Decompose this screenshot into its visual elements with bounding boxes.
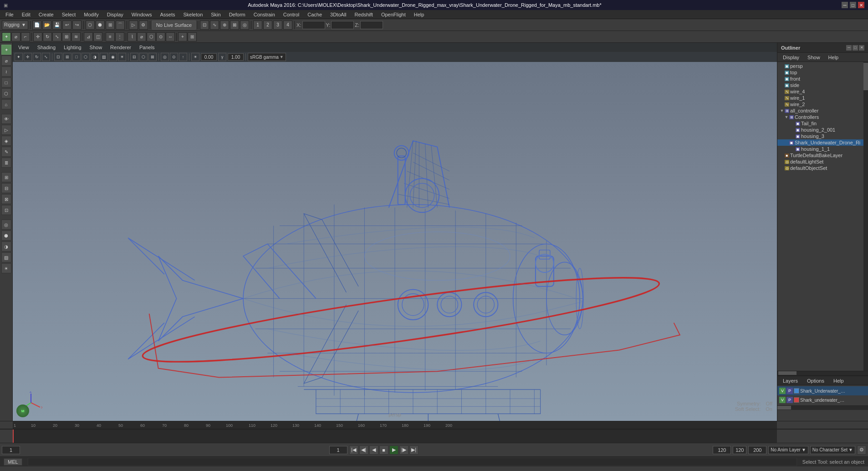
outliner-scroll-thumb[interactable] bbox=[863, 63, 868, 90]
outliner-tab-display[interactable]: Display bbox=[779, 54, 803, 61]
outliner-close-btn[interactable]: ✕ bbox=[859, 45, 864, 51]
rotate-tool-button[interactable]: ↻ bbox=[43, 32, 52, 41]
scale-tool-button[interactable]: ⤡ bbox=[52, 32, 61, 41]
plus-tool-button[interactable]: + bbox=[178, 32, 187, 41]
layer-row-1[interactable]: V P Shark_Underwater_Dro bbox=[777, 386, 868, 395]
tree-item-turtle-bake[interactable]: ■ TurtleDefaultBakeLayer bbox=[777, 152, 863, 159]
high-quality-button[interactable]: 3 bbox=[273, 20, 282, 30]
tree-item-controllers[interactable]: ▼ ⊞ Controllers bbox=[777, 114, 863, 120]
range-end-2-input[interactable] bbox=[733, 446, 746, 454]
status-mode-label[interactable]: MEL bbox=[4, 458, 22, 466]
smooth-button[interactable]: ◑ bbox=[1, 241, 11, 251]
vp-wireframe-btn[interactable]: ⬡ bbox=[82, 53, 90, 61]
vp-display-2-btn[interactable]: ⬡ bbox=[139, 53, 148, 61]
tree-item-housing1[interactable]: ▣ housing_1_1 bbox=[777, 146, 863, 152]
menu-openflight[interactable]: OpenFlight bbox=[378, 11, 409, 18]
outliner-tree[interactable]: ▣ persp ▣ top ▣ front bbox=[777, 62, 863, 371]
render-view-button[interactable]: ▷ bbox=[1, 125, 11, 135]
menu-skin[interactable]: Skin bbox=[207, 11, 224, 18]
vp-menu-show[interactable]: Show bbox=[86, 44, 106, 51]
skin-tool-button[interactable]: ⬡ bbox=[147, 32, 156, 41]
layer-row-2[interactable]: V P Shark_underwater_dro bbox=[777, 395, 868, 404]
snap-to-point-button[interactable]: ⊕ bbox=[220, 20, 229, 30]
menu-control[interactable]: Control bbox=[280, 11, 303, 18]
show-manip-button[interactable]: ⊿ bbox=[84, 32, 93, 41]
model-viewport[interactable]: persp Symmetry: Off Soft Select: On X bbox=[13, 62, 777, 421]
mode-dropdown[interactable]: Rigging ▼ bbox=[2, 20, 28, 30]
no-anim-layer-dropdown[interactable]: No Anim Layer ▼ bbox=[768, 446, 808, 454]
ik-tool-button[interactable]: ⌀ bbox=[137, 32, 146, 41]
snap-to-view-planes-button[interactable]: ⊠ bbox=[230, 20, 239, 30]
vp-menu-panels[interactable]: Panels bbox=[136, 44, 158, 51]
mirror-skin-button[interactable]: ↔ bbox=[166, 32, 175, 41]
medium-quality-button[interactable]: 2 bbox=[263, 20, 272, 30]
frame-start-input[interactable] bbox=[2, 446, 20, 454]
tree-item-tail-fin[interactable]: ▣ Tail_fin bbox=[777, 120, 863, 127]
vp-menu-view[interactable]: View bbox=[15, 44, 33, 51]
menu-help[interactable]: Help bbox=[410, 11, 428, 18]
range-end-3-input[interactable] bbox=[748, 446, 766, 454]
no-character-set-dropdown[interactable]: No Character Set ▼ bbox=[810, 446, 855, 454]
color-space-dropdown[interactable]: sRGB gamma ▼ bbox=[248, 53, 286, 61]
layer-1-p[interactable]: P bbox=[786, 388, 793, 394]
layers-hscrollbar[interactable] bbox=[777, 405, 868, 410]
outliner-minimize-btn[interactable]: ─ bbox=[846, 45, 852, 51]
select-by-component-button[interactable]: ⬢ bbox=[96, 20, 105, 30]
move-tool-button[interactable]: ✛ bbox=[33, 32, 42, 41]
soft-mod-button[interactable]: ≋ bbox=[71, 32, 81, 41]
menu-redshift[interactable]: Redshift bbox=[351, 11, 377, 18]
viewport-area[interactable]: View Shading Lighting Show Renderer Pane… bbox=[13, 43, 777, 421]
paint-fx-button[interactable]: ✎ bbox=[1, 147, 11, 157]
play-forward-button[interactable]: ▶ bbox=[389, 445, 398, 455]
sculpt-tool-button[interactable]: ⌂ bbox=[1, 99, 11, 109]
vp-grid-btn[interactable]: ⊞ bbox=[63, 53, 71, 61]
play-back-button[interactable]: ◀ bbox=[369, 445, 378, 455]
maximize-button[interactable]: □ bbox=[850, 2, 856, 8]
vp-move-btn[interactable]: ✛ bbox=[24, 53, 32, 61]
vp-select-btn[interactable]: ✦ bbox=[15, 53, 23, 61]
outliner-tab-help[interactable]: Help bbox=[825, 54, 842, 61]
rough-quality-button[interactable]: 1 bbox=[253, 20, 262, 30]
timeline-playhead[interactable] bbox=[13, 430, 14, 443]
gamma-icon[interactable]: γ bbox=[218, 53, 226, 61]
align-tool-button[interactable]: ⋮ bbox=[115, 32, 124, 41]
tree-item-object-set[interactable]: ◎ defaultObjectSet bbox=[777, 165, 863, 171]
tree-item-all-controller[interactable]: ▼ ⊞ all_controller bbox=[777, 108, 863, 114]
minimize-button[interactable]: ─ bbox=[842, 2, 848, 8]
panel-2-button[interactable]: ⊟ bbox=[1, 183, 11, 193]
panel-3-button[interactable]: ⊠ bbox=[1, 194, 11, 204]
tree-item-persp[interactable]: ▣ persp bbox=[777, 63, 863, 69]
close-button[interactable]: ✕ bbox=[858, 2, 864, 8]
exposure-input[interactable]: 0.00 bbox=[201, 53, 217, 61]
vp-smooth-btn[interactable]: ◑ bbox=[91, 53, 99, 61]
vp-scale-btn[interactable]: ⤡ bbox=[42, 53, 50, 61]
snap-to-curve-button[interactable]: ∿ bbox=[210, 20, 219, 30]
menu-cache[interactable]: Cache bbox=[304, 11, 326, 18]
make-live-button[interactable]: ◎ bbox=[240, 20, 249, 30]
render-settings-button[interactable]: ⚙ bbox=[139, 20, 148, 30]
vp-shadow-btn[interactable]: ◉ bbox=[109, 53, 117, 61]
paint-tool-button[interactable]: ⌀ bbox=[1, 56, 11, 66]
xray-button[interactable]: ◎ bbox=[1, 220, 11, 230]
gamma-input[interactable]: 1.00 bbox=[228, 53, 244, 61]
layers-tab-help[interactable]: Help bbox=[830, 378, 848, 384]
script-input[interactable] bbox=[28, 458, 797, 466]
hypershade-button[interactable]: ◈ bbox=[1, 136, 11, 146]
vp-display-1-btn[interactable]: ⊟ bbox=[130, 53, 138, 61]
vp-normals-btn[interactable]: ↑ bbox=[179, 53, 187, 61]
vp-camera-btn[interactable]: ⊡ bbox=[54, 53, 62, 61]
exposure-icon[interactable]: ☀ bbox=[191, 53, 199, 61]
menu-3dtoall[interactable]: 3DtoAll bbox=[327, 11, 350, 18]
layer-2-p[interactable]: P bbox=[786, 397, 793, 403]
tree-item-housing2[interactable]: ▣ housing_2_001 bbox=[777, 127, 863, 133]
layer-1-v[interactable]: V bbox=[779, 388, 786, 394]
timeline-ruler[interactable]: 1 10 20 30 40 50 60 70 80 90 100 110 120… bbox=[0, 421, 868, 429]
open-scene-button[interactable]: 📂 bbox=[42, 20, 51, 30]
layers-tab-options[interactable]: Options bbox=[803, 378, 828, 384]
snap-align-button[interactable]: ≡ bbox=[106, 32, 115, 41]
universal-manip-button[interactable]: ⊞ bbox=[62, 32, 71, 41]
menu-create[interactable]: Create bbox=[35, 11, 57, 18]
highest-quality-button[interactable]: 4 bbox=[283, 20, 292, 30]
lasso-select-button[interactable]: ⌀ bbox=[11, 32, 20, 41]
menu-windows[interactable]: Windows bbox=[128, 11, 156, 18]
